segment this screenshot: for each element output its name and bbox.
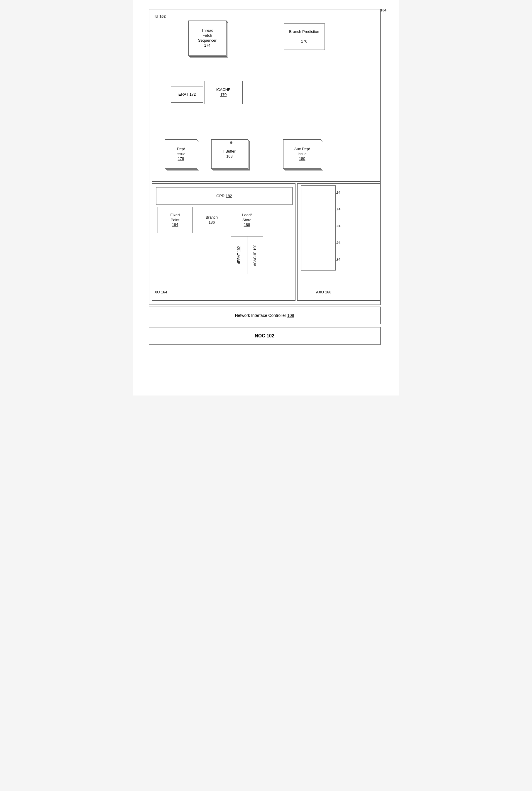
outer-ref-label: 104 (380, 8, 386, 12)
aux-dep-issue-box: Aux Dep/Issue180 (283, 139, 321, 169)
branch-prediction-box: Branch Prediction 176 (284, 23, 325, 50)
dep-issue-box: Dep/Issue178 (165, 139, 197, 169)
fixed-point-box: FixedPoint184 (157, 207, 193, 233)
connector-dot (230, 141, 232, 144)
xu-label: XU 164 (155, 290, 167, 294)
i-buffer-box: I Buffer168 (211, 139, 248, 169)
nic-box: Network Interface Controller 108 (149, 307, 381, 324)
load-store-box: Load/Store188 (231, 207, 263, 233)
architecture-diagram: 104 IU 162 ThreadFetchSequencer174 Branc… (140, 6, 392, 381)
thread-fetch-box: ThreadFetchSequencer174 (188, 21, 227, 56)
branch-box: Branch186 (196, 207, 228, 233)
dcache-box: dCACHE 190 (247, 236, 263, 274)
ierat-box: iERAT 172 (171, 86, 203, 103)
noc-box: NOC 102 (149, 327, 381, 345)
ax-group-outer (301, 186, 336, 271)
gpr-box: GPR 182 (156, 187, 292, 205)
icache-box: iCACHE170 (205, 81, 243, 104)
iu-label: IU 162 (155, 14, 166, 18)
axu-label: AXU 166 (316, 290, 331, 294)
derat-box: dERAT 192 (231, 236, 247, 274)
